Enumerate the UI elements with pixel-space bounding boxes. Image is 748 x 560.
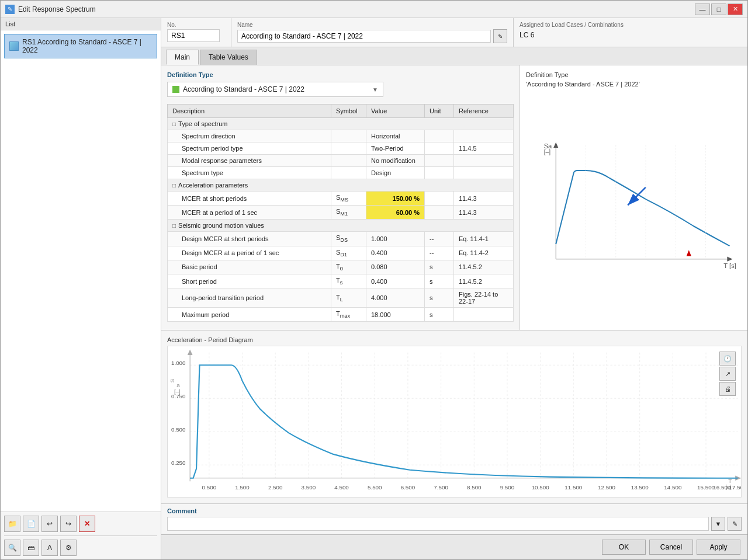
chart-zoom-btn[interactable]: 🕐 xyxy=(719,352,736,366)
table-row: Short period Ts 0.400 s 11.4.5.2 xyxy=(168,274,514,288)
tab-main[interactable]: Main xyxy=(166,50,199,65)
comment-dropdown-btn[interactable]: ▼ xyxy=(711,517,725,531)
dialog-footer: OK Cancel Apply xyxy=(161,534,747,559)
titlebar-title: Edit Response Spectrum xyxy=(18,5,695,13)
chart-pan-btn[interactable]: ↗ xyxy=(719,367,736,381)
svg-text:15.500: 15.500 xyxy=(697,484,715,491)
row-spectrum-type-desc: Spectrum type xyxy=(168,167,331,179)
row-spectrum-direction-value: Horizontal xyxy=(366,130,425,142)
redo-btn[interactable]: ↪ xyxy=(60,516,77,532)
row-spectrum-type-value: Design xyxy=(366,167,425,179)
undo-btn[interactable]: ↩ xyxy=(41,516,58,532)
row-spectrum-period-desc: Spectrum period type xyxy=(168,142,331,155)
row-ts-desc: Short period xyxy=(168,274,331,288)
chart-print-btn[interactable]: 🖨 xyxy=(719,382,736,396)
col-unit: Unit xyxy=(425,105,454,118)
view-btn[interactable]: 🗃 xyxy=(23,540,39,556)
svg-text:14.500: 14.500 xyxy=(664,484,682,491)
row-ts-ref: 11.4.5.2 xyxy=(454,274,514,288)
svg-text:6.500: 6.500 xyxy=(401,484,415,491)
section-toggle[interactable]: □ xyxy=(172,222,176,229)
section-type-of-spectrum: □Type of spectrum xyxy=(168,118,514,130)
row-sms-desc: MCER at short periods xyxy=(168,192,331,206)
svg-marker-3 xyxy=(727,257,732,262)
definition-type-section: Definition Type According to Standard - … xyxy=(167,71,514,97)
table-row: Spectrum direction Horizontal xyxy=(168,130,514,142)
row-sds-ref: Eq. 11.4-1 xyxy=(454,232,514,246)
row-tl-unit: s xyxy=(425,288,454,308)
row-spectrum-type-ref xyxy=(454,167,514,179)
cancel-button[interactable]: Cancel xyxy=(649,540,693,555)
row-sd1-unit: -- xyxy=(425,246,454,260)
svg-text:2.500: 2.500 xyxy=(268,484,283,491)
list-item[interactable]: RS1 According to Standard - ASCE 7 | 202… xyxy=(4,34,157,58)
row-t0-value: 0.080 xyxy=(366,260,425,274)
row-spectrum-type-symbol xyxy=(331,167,366,179)
chart-container: Acceleration - Period Diagram 1.000 0.75… xyxy=(161,331,747,503)
row-t0-desc: Basic period xyxy=(168,260,331,274)
lower-section: Acceleration - Period Diagram 1.000 0.75… xyxy=(161,330,747,534)
svg-text:10.500: 10.500 xyxy=(532,484,550,491)
apply-button[interactable]: Apply xyxy=(697,540,740,555)
row-spectrum-direction-ref xyxy=(454,130,514,142)
svg-marker-8 xyxy=(687,250,691,256)
svg-text:[s]: [s] xyxy=(726,484,731,490)
ok-button[interactable]: OK xyxy=(602,540,646,555)
svg-text:4.500: 4.500 xyxy=(334,484,349,491)
svg-marker-2 xyxy=(553,142,558,148)
svg-text:0.500: 0.500 xyxy=(171,426,186,433)
comment-edit-btn[interactable]: ✎ xyxy=(728,517,742,531)
section-seismic: □Seismic ground motion values xyxy=(168,220,514,232)
section-toggle[interactable]: □ xyxy=(172,121,176,127)
table-row: Design MCER at a period of 1 sec SD1 0.4… xyxy=(168,246,514,260)
svg-text:a: a xyxy=(176,382,180,388)
delete-btn[interactable]: ✕ xyxy=(79,516,95,532)
tab-bar: Main Table Values xyxy=(161,47,747,65)
table-row: Basic period T0 0.080 s 11.4.5.2 xyxy=(168,260,514,274)
name-input[interactable] xyxy=(237,30,491,43)
row-sm1-value[interactable]: 60.00 % xyxy=(366,206,425,220)
new-folder-btn[interactable]: 📁 xyxy=(4,516,20,532)
row-tmax-unit: s xyxy=(425,308,454,322)
assigned-section: Assigned to Load Cases / Combinations LC… xyxy=(514,18,747,47)
name-edit-button[interactable]: ✎ xyxy=(493,29,507,43)
row-t0-ref: 11.4.5.2 xyxy=(454,260,514,274)
dropdown-indicator xyxy=(172,86,179,93)
name-section: Name ✎ xyxy=(231,18,514,47)
definition-type-dropdown[interactable]: According to Standard - ASCE 7 | 2022 ▼ xyxy=(167,82,383,97)
row-spectrum-type-unit xyxy=(425,167,454,179)
row-t0-symbol: T0 xyxy=(331,260,366,274)
row-tl-value: 4.000 xyxy=(366,288,425,308)
section-toggle[interactable]: □ xyxy=(172,182,176,189)
chart-title: Acceleration - Period Diagram xyxy=(167,336,742,343)
close-button[interactable]: ✕ xyxy=(728,4,743,15)
table-row[interactable]: MCER at a period of 1 sec SM1 60.00 % 11… xyxy=(168,206,514,220)
assigned-value: LC 6 xyxy=(520,29,742,39)
row-spectrum-direction-desc: Spectrum direction xyxy=(168,130,331,142)
font-btn[interactable]: A xyxy=(41,540,58,556)
no-input[interactable] xyxy=(167,29,220,42)
name-label: Name xyxy=(237,22,507,28)
col-symbol: Symbol xyxy=(331,105,366,118)
row-sd1-value: 0.400 xyxy=(366,246,425,260)
comment-input[interactable] xyxy=(167,517,709,531)
mini-chart-panel: Definition Type 'According to Standard -… xyxy=(520,65,747,330)
minimize-button[interactable]: — xyxy=(695,4,710,15)
row-modal-value: No modification xyxy=(366,155,425,167)
row-modal-unit xyxy=(425,155,454,167)
comment-input-row: ▼ ✎ xyxy=(167,517,742,531)
tab-table-values[interactable]: Table Values xyxy=(200,50,257,65)
row-sms-value[interactable]: 150.00 % xyxy=(366,192,425,206)
table-row[interactable]: MCER at short periods SMS 150.00 % 11.4.… xyxy=(168,192,514,206)
row-tl-desc: Long-period transition period xyxy=(168,288,331,308)
row-tl-symbol: TL xyxy=(331,288,366,308)
search-btn[interactable]: 🔍 xyxy=(4,540,20,556)
copy-btn[interactable]: 📄 xyxy=(23,516,39,532)
section-name: Type of spectrum xyxy=(178,120,227,127)
maximize-button[interactable]: □ xyxy=(711,4,726,15)
chart-wrapper: 1.000 0.750 0.500 0.250 S a [–] 0.500 xyxy=(167,346,742,498)
row-sds-symbol: SDS xyxy=(331,232,366,246)
settings-btn[interactable]: ⚙ xyxy=(60,540,77,556)
header-area: No. Name ✎ Assigned to Load Cases / Comb… xyxy=(161,18,747,47)
params-table: Description Symbol Value Unit Reference … xyxy=(167,104,514,322)
